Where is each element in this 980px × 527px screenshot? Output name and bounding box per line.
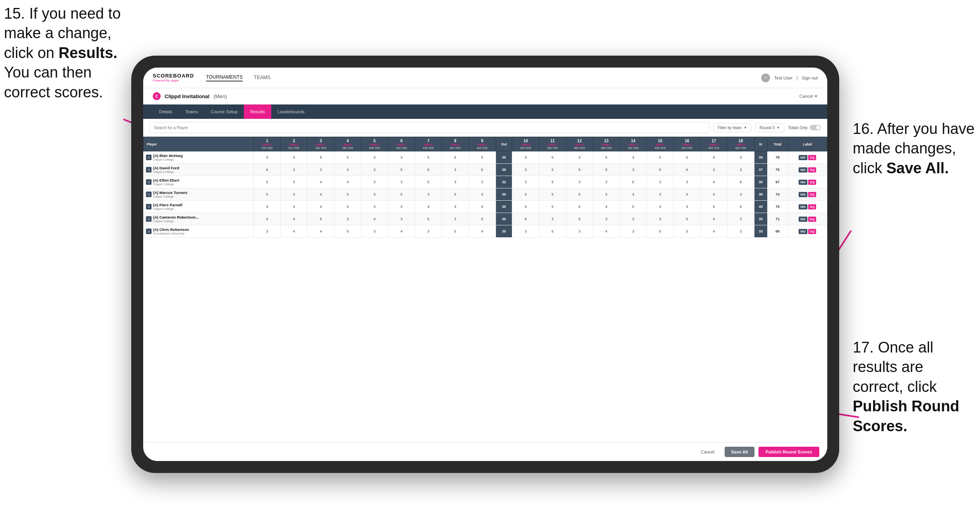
wd-badge[interactable]: WD — [799, 155, 807, 160]
score-back-13[interactable]: 5 — [593, 164, 620, 176]
score-front-2[interactable]: 4 — [280, 225, 307, 238]
score-front-8[interactable]: 6 — [442, 151, 469, 164]
score-front-6[interactable]: 3 — [388, 151, 415, 164]
score-front-3[interactable]: 4 — [307, 201, 334, 213]
score-front-6[interactable]: 5 — [388, 188, 415, 201]
score-back-15[interactable]: 4 — [647, 201, 674, 213]
score-back-10[interactable]: 3 — [512, 176, 539, 188]
dq-badge[interactable]: DQ — [808, 192, 816, 197]
search-input[interactable] — [150, 122, 709, 133]
score-front-5[interactable]: 3 — [361, 164, 388, 176]
score-front-9[interactable]: 5 — [469, 164, 496, 176]
score-front-9[interactable]: 5 — [469, 213, 496, 225]
score-front-9[interactable]: 5 — [469, 151, 496, 164]
score-back-14[interactable]: 3 — [620, 151, 647, 164]
score-front-8[interactable]: 5 — [442, 188, 469, 201]
tab-results[interactable]: Results — [244, 105, 271, 119]
score-back-15[interactable]: 5 — [647, 164, 674, 176]
score-back-12[interactable]: 3 — [566, 225, 593, 238]
score-back-17[interactable]: 5 — [700, 201, 727, 213]
score-back-14[interactable]: 3 — [620, 225, 647, 238]
score-back-18[interactable]: 3 — [727, 151, 754, 164]
score-back-16[interactable]: 5 — [673, 188, 700, 201]
score-front-9[interactable]: 3 — [469, 188, 496, 201]
score-back-18[interactable]: 6 — [727, 176, 754, 188]
score-front-3[interactable]: 4 — [307, 225, 334, 238]
nav-tournaments[interactable]: TOURNAMENTS — [206, 74, 243, 81]
score-front-1[interactable]: 5 — [254, 176, 281, 188]
score-back-17[interactable]: 3 — [700, 164, 727, 176]
score-front-7[interactable]: 3 — [415, 188, 442, 201]
score-back-17[interactable]: 5 — [700, 151, 727, 164]
score-back-13[interactable]: 3 — [593, 176, 620, 188]
dq-badge[interactable]: DQ — [808, 204, 816, 209]
score-front-3[interactable]: 5 — [307, 213, 334, 225]
score-front-1[interactable]: 5 — [254, 188, 281, 201]
score-front-1[interactable]: 3 — [254, 225, 281, 238]
score-front-8[interactable]: 5 — [442, 225, 469, 238]
score-back-13[interactable]: 4 — [593, 201, 620, 213]
score-front-5[interactable]: 3 — [361, 176, 388, 188]
round-selector[interactable]: Round 3 ▼ — [755, 123, 784, 132]
score-back-13[interactable]: 3 — [593, 213, 620, 225]
score-back-10[interactable]: 6 — [512, 213, 539, 225]
sign-out-link[interactable]: Sign out — [802, 76, 818, 80]
save-all-button[interactable]: Save All — [725, 447, 754, 457]
score-front-5[interactable]: 3 — [361, 188, 388, 201]
score-back-11[interactable]: 5 — [539, 188, 566, 201]
score-back-11[interactable]: 5 — [539, 225, 566, 238]
score-back-14[interactable]: 3 — [620, 164, 647, 176]
score-back-12[interactable]: 5 — [566, 164, 593, 176]
score-front-4[interactable]: 4 — [334, 164, 361, 176]
score-front-8[interactable]: 3 — [442, 201, 469, 213]
score-back-15[interactable]: 5 — [647, 151, 674, 164]
score-front-4[interactable]: 5 — [334, 201, 361, 213]
score-front-2[interactable]: 3 — [280, 201, 307, 213]
score-back-18[interactable]: 3 — [727, 225, 754, 238]
score-front-2[interactable]: 3 — [280, 151, 307, 164]
wd-badge[interactable]: WD — [799, 229, 807, 234]
score-back-11[interactable]: 5 — [539, 176, 566, 188]
score-front-1[interactable]: 4 — [254, 213, 281, 225]
score-back-11[interactable]: 5 — [539, 201, 566, 213]
score-back-12[interactable]: 4 — [566, 201, 593, 213]
score-front-7[interactable]: 5 — [415, 151, 442, 164]
score-back-17[interactable]: 4 — [700, 213, 727, 225]
score-back-17[interactable]: 4 — [700, 176, 727, 188]
score-front-2[interactable]: 3 — [280, 188, 307, 201]
score-back-14[interactable]: 4 — [620, 188, 647, 201]
score-back-10[interactable]: 3 — [512, 151, 539, 164]
dq-badge[interactable]: DQ — [808, 217, 816, 222]
wd-badge[interactable]: WD — [799, 180, 807, 185]
score-front-5[interactable]: 3 — [361, 201, 388, 213]
score-front-3[interactable]: 3 — [307, 164, 334, 176]
tab-teams[interactable]: Teams — [179, 105, 204, 119]
score-back-10[interactable]: 5 — [512, 201, 539, 213]
score-back-12[interactable]: 5 — [566, 188, 593, 201]
score-back-18[interactable]: 3 — [727, 188, 754, 201]
score-front-6[interactable]: 4 — [388, 225, 415, 238]
score-front-2[interactable]: 3 — [280, 164, 307, 176]
score-front-7[interactable]: 6 — [415, 164, 442, 176]
score-back-10[interactable]: 3 — [512, 164, 539, 176]
score-back-16[interactable]: 6 — [673, 164, 700, 176]
score-front-6[interactable]: 3 — [388, 213, 415, 225]
score-back-16[interactable]: 3 — [673, 201, 700, 213]
filter-by-team[interactable]: Filter by team ▼ — [713, 123, 751, 132]
score-back-14[interactable]: 3 — [620, 213, 647, 225]
cancel-button[interactable]: Cancel — [694, 447, 721, 457]
score-back-16[interactable]: 5 — [673, 213, 700, 225]
score-front-7[interactable]: 5 — [415, 213, 442, 225]
dq-badge[interactable]: DQ — [808, 167, 816, 172]
score-front-9[interactable]: 5 — [469, 201, 496, 213]
score-back-18[interactable]: 3 — [727, 164, 754, 176]
score-front-3[interactable]: 5 — [307, 151, 334, 164]
tab-leaderboards[interactable]: Leaderboards — [271, 105, 311, 119]
score-front-4[interactable]: 5 — [334, 151, 361, 164]
score-back-11[interactable]: 3 — [539, 213, 566, 225]
score-front-5[interactable]: 4 — [361, 151, 388, 164]
score-front-8[interactable]: 3 — [442, 213, 469, 225]
score-back-15[interactable]: 3 — [647, 176, 674, 188]
score-back-16[interactable]: 3 — [673, 225, 700, 238]
score-back-12[interactable]: 3 — [566, 176, 593, 188]
